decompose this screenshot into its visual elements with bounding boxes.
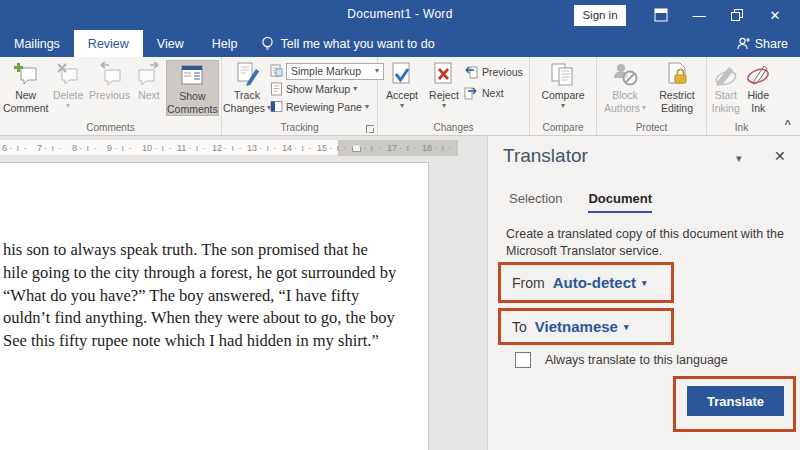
restrict-editing-label2: Editing (661, 102, 693, 115)
hide-ink-icon (745, 61, 771, 89)
delete-label: Delete (53, 89, 83, 102)
next-comment-icon (136, 61, 162, 89)
tab-help[interactable]: Help (198, 30, 252, 57)
compare-button[interactable]: Compare ▾ (535, 60, 591, 110)
previous-comment-label: Previous (89, 89, 130, 102)
restrict-editing-icon (664, 61, 690, 89)
document-text: his son to always speak truth. The son p… (3, 239, 427, 353)
display-review-icon (270, 64, 283, 78)
show-markup-button[interactable]: Show Markup ▾ (270, 80, 384, 98)
track-changes-label: Track (234, 89, 260, 102)
tell-me-box[interactable]: Tell me what you want to do (251, 30, 444, 57)
reviewing-pane-dropdown-icon: ▾ (365, 103, 369, 111)
start-inking-button[interactable]: Start Inking (709, 60, 742, 114)
collapse-ribbon-button[interactable]: ^ (785, 118, 791, 130)
group-tracking: Track Changes▾ Simple Markup ▾ Show Mark… (222, 57, 378, 135)
translator-description: Create a translated copy of this documen… (506, 226, 794, 260)
to-dropdown-icon: ▾ (624, 323, 629, 331)
tab-mailings[interactable]: Mailings (0, 30, 74, 57)
share-label: Share (755, 37, 788, 51)
next-comment-button[interactable]: Next (132, 60, 166, 102)
reviewing-pane-icon (270, 100, 283, 114)
reject-icon (431, 61, 457, 89)
from-language-dropdown[interactable]: Auto-detect ▾ (553, 274, 647, 291)
from-label: From (512, 275, 545, 291)
hide-ink-label: Hide (747, 89, 769, 102)
group-compare: Compare ▾ Compare (530, 57, 597, 135)
always-translate-row: Always translate to this language (515, 352, 728, 368)
block-authors-dropdown-icon: ▾ (642, 104, 646, 112)
next-change-button[interactable]: Next (464, 85, 523, 101)
previous-change-label: Previous (482, 66, 523, 78)
track-changes-button[interactable]: Track Changes▾ (224, 60, 270, 114)
new-comment-button[interactable]: New Comment (2, 60, 49, 114)
pane-options-dropdown[interactable]: ▾ (736, 152, 742, 165)
reviewing-pane-button[interactable]: Reviewing Pane ▾ (270, 98, 384, 116)
ruler-mark: 13· ı · (245, 140, 280, 156)
tab-selection[interactable]: Selection (509, 191, 562, 213)
next-comment-label: Next (138, 89, 160, 102)
tell-me-label: Tell me what you want to do (280, 37, 434, 51)
compare-dropdown-icon: ▾ (561, 102, 565, 110)
translator-tabs: Selection Document (509, 191, 652, 213)
ruler-mark: 6· ı · (0, 140, 35, 156)
start-inking-icon (713, 61, 739, 89)
show-comments-button[interactable]: Show Comments (166, 60, 219, 116)
tab-document[interactable]: Document (588, 191, 652, 213)
tracking-dialog-launcher[interactable] (366, 125, 374, 133)
document-line: ouldn’t find anything. When they were ab… (3, 307, 427, 330)
block-authors-button[interactable]: Block Authors▾ (599, 60, 651, 114)
group-label-tracking: Tracking (222, 121, 377, 135)
ruler-mark: 8· ı · (70, 140, 105, 156)
to-label: To (512, 319, 527, 335)
reject-label: Reject (429, 89, 459, 102)
accept-dropdown-icon: ▾ (400, 102, 404, 110)
hide-ink-button[interactable]: Hide Ink (742, 60, 774, 114)
group-protect: Block Authors▾ Restrict Editing Protect (597, 57, 707, 135)
close-button[interactable]: ✕ (756, 0, 794, 30)
ruler-mark: 18· ı · (420, 140, 455, 156)
block-authors-label2: Authors (604, 102, 640, 115)
to-language-dropdown[interactable]: Vietnamese ▾ (535, 318, 629, 335)
delete-comment-button[interactable]: Delete ▾ (49, 60, 86, 110)
show-markup-dropdown-icon: ▾ (353, 85, 357, 93)
document-page[interactable]: his son to always speak truth. The son p… (0, 162, 429, 450)
restore-icon (731, 9, 743, 21)
compare-icon (549, 61, 577, 89)
minimize-button[interactable]: — (680, 0, 718, 30)
show-comments-label2: Comments (167, 103, 218, 116)
group-comments: New Comment Delete ▾ Previous N (0, 57, 222, 135)
to-language-value: Vietnamese (535, 318, 618, 335)
ruler-mark: 10· ı · (140, 140, 175, 156)
previous-change-button[interactable]: Previous (464, 64, 523, 80)
reviewing-pane-label: Reviewing Pane (286, 101, 362, 113)
display-for-review-combobox[interactable]: Simple Markup ▾ (286, 63, 384, 80)
translate-button[interactable]: Translate (687, 386, 784, 416)
ruler-mark: 9· ı · (105, 140, 140, 156)
tab-view[interactable]: View (143, 30, 198, 57)
document-line: hile going to the city through a forest,… (3, 262, 427, 285)
accept-button[interactable]: Accept ▾ (380, 60, 424, 110)
translator-pane: Translator ▾ ✕ Selection Document Create… (487, 136, 800, 450)
share-button[interactable]: Share (737, 30, 788, 57)
group-label-protect: Protect (597, 121, 706, 135)
horizontal-ruler[interactable]: 6· ı · 7· ı · 8· ı · 9· ı · 10· ı · 11· … (0, 140, 458, 156)
show-comments-icon (179, 62, 205, 90)
pane-close-button[interactable]: ✕ (774, 148, 786, 164)
right-indent-marker[interactable] (352, 144, 361, 152)
always-translate-label: Always translate to this language (545, 353, 728, 367)
previous-comment-button[interactable]: Previous (87, 60, 132, 102)
restore-button[interactable] (718, 0, 756, 30)
tab-review[interactable]: Review (74, 30, 143, 57)
new-comment-label: New (15, 89, 36, 102)
reject-button[interactable]: Reject ▾ (424, 60, 464, 110)
block-authors-icon (611, 61, 639, 89)
annotation-box-from: From Auto-detect ▾ (498, 262, 674, 303)
sign-in-button[interactable]: Sign in (574, 5, 626, 26)
ribbon-display-options-button[interactable] (642, 0, 680, 30)
next-change-label: Next (482, 87, 504, 99)
start-inking-label: Start (715, 89, 737, 102)
restrict-editing-button[interactable]: Restrict Editing (651, 60, 703, 114)
group-label-comments: Comments (0, 121, 221, 135)
always-translate-checkbox[interactable] (515, 352, 531, 368)
